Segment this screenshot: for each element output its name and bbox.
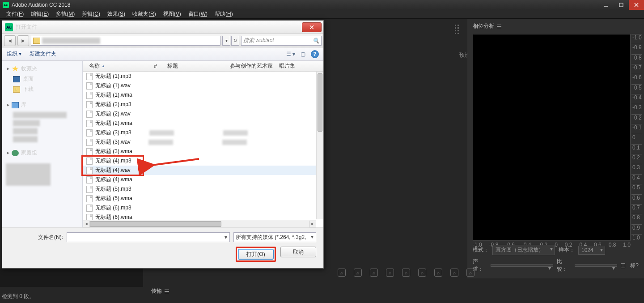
maximize-button[interactable] <box>614 0 629 10</box>
open-button[interactable]: 打开(O) <box>238 249 274 260</box>
file-row[interactable]: 无标题 (2).wav <box>83 109 323 119</box>
blur-cell <box>223 130 248 136</box>
col-number[interactable]: # <box>151 63 165 69</box>
annot-checkbox[interactable] <box>621 263 625 268</box>
panel-menu-icon[interactable] <box>497 25 501 28</box>
menu-c[interactable]: 剪辑(C) <box>79 9 103 19</box>
file-row[interactable]: 无标题 (3).mp3 <box>83 128 323 137</box>
dialog-close-button[interactable] <box>302 22 322 32</box>
menu-m[interactable]: 多轨(M) <box>53 9 77 19</box>
zoom-fit-icon[interactable]: ⌕ <box>370 269 378 277</box>
sidebar-desktop[interactable]: 桌面 <box>4 74 80 84</box>
col-album[interactable]: 唱片集 <box>276 62 323 70</box>
file-name: 无标题 (4).wav <box>95 166 131 174</box>
file-row[interactable]: 无标题 (1).wma <box>83 90 323 100</box>
new-folder-button[interactable]: 新建文件夹 <box>30 50 56 58</box>
mode-label: 模式： <box>473 246 489 254</box>
zoom-e-icon[interactable]: ⌕ <box>466 269 475 277</box>
sidebar-library[interactable]: ▶库 <box>4 100 80 110</box>
file-name: 无标题 (1).wma <box>95 91 132 99</box>
vertical-scrollbar[interactable] <box>316 72 323 219</box>
file-filter-select[interactable]: 所有支持的媒体 (*.264, *.3g2, <box>233 232 316 242</box>
blur-cell <box>222 140 247 145</box>
file-name: 无标题 (3).wav <box>95 138 131 146</box>
sidebar-downloads[interactable]: 下载 <box>4 84 80 94</box>
search-input[interactable]: 搜索 wubiaot 🔍 <box>241 36 322 46</box>
file-row[interactable]: 无标题 (2).mp3 <box>83 100 323 109</box>
zoom-c-icon[interactable]: ⌕ <box>434 269 442 277</box>
sidebar-blur <box>13 112 67 118</box>
sidebar-blur <box>13 128 38 134</box>
file-row[interactable]: 无标题 (1).mp3 <box>83 72 323 81</box>
zoom-a-icon[interactable]: ⌕ <box>402 269 410 277</box>
compare-select[interactable] <box>575 264 617 267</box>
nav-back-button[interactable]: ◄ <box>4 35 16 46</box>
path-dropdown-button[interactable]: ▾ <box>222 36 230 46</box>
menu-e[interactable]: 编辑(E) <box>28 9 51 19</box>
search-icon: 🔍 <box>313 38 319 44</box>
cancel-button[interactable]: 取消 <box>280 247 316 257</box>
file-icon <box>86 82 93 90</box>
file-row[interactable]: 无标题 (3).wav <box>83 137 323 147</box>
app-icon: Au <box>3 2 9 8</box>
app-titlebar: Au Adobe Audition CC 2018 <box>0 0 644 10</box>
col-name[interactable]: 名称▲ <box>86 62 151 70</box>
sample-label: 样本： <box>559 246 575 254</box>
phase-analysis-panel: 相位分析 -1.0-0.9-0.8-0.7-0.6-0.5-0.4-0.3-0.… <box>467 19 644 278</box>
zoom-out-icon[interactable]: ⌕ <box>354 269 362 277</box>
view-mode-button[interactable]: ☰ ▾ <box>286 51 295 57</box>
col-artist[interactable]: 参与创作的艺术家 <box>227 62 276 70</box>
help-button[interactable]: ? <box>311 50 319 58</box>
filename-input[interactable] <box>67 232 230 242</box>
zoom-in-icon[interactable]: ⌕ <box>338 269 346 277</box>
filename-label: 文件名(N): <box>9 234 63 241</box>
transport-menu-icon[interactable] <box>165 290 169 293</box>
mode-select[interactable]: 直方图（日志缩放） <box>492 245 555 255</box>
preview-pane-button[interactable]: ▢ <box>301 51 305 57</box>
channel-select[interactable] <box>491 264 553 267</box>
close-button[interactable] <box>629 0 644 10</box>
file-row[interactable]: 无标题 (4).wav <box>83 166 323 175</box>
menu-v[interactable]: 视图(V) <box>161 9 184 19</box>
file-row[interactable]: 无标题 (2).wma <box>83 119 323 128</box>
path-bar[interactable] <box>31 36 220 46</box>
file-list[interactable]: 无标题 (1).mp3无标题 (1).wav无标题 (1).wma无标题 (2)… <box>83 72 323 227</box>
file-icon <box>86 167 93 174</box>
zoom-d-icon[interactable]: ⌕ <box>450 269 458 277</box>
nav-forward-button[interactable]: ► <box>17 35 29 46</box>
panel-grip-icon[interactable] <box>455 25 461 43</box>
file-row[interactable]: 无标题 (5).wma <box>83 194 323 203</box>
col-title[interactable]: 标题 <box>165 62 227 70</box>
search-placeholder: 搜索 wubiaot <box>243 37 274 44</box>
organize-button[interactable]: 组织 ▾ <box>7 50 21 58</box>
horizontal-scrollbar[interactable]: ◄► <box>83 220 316 227</box>
status-bar: 检测到 0 段。 <box>2 293 34 300</box>
menu-r[interactable]: 收藏夹(R) <box>130 9 159 19</box>
file-row[interactable]: 无标题 (4).mp3 <box>83 156 323 166</box>
sample-select[interactable]: 1024 <box>578 246 605 255</box>
dialog-nav: ◄ ► ▾ ↻ 搜索 wubiaot 🔍 <box>2 34 323 47</box>
file-row[interactable]: 无标题 (3).wma <box>83 147 323 156</box>
zoom-select-icon[interactable]: ⌕ <box>386 269 394 277</box>
refresh-button[interactable]: ↻ <box>231 36 239 46</box>
sidebar-homegroup[interactable]: ▶家庭组 <box>4 148 80 158</box>
menu-s[interactable]: 效果(S) <box>105 9 128 19</box>
annot-label: 标? <box>630 262 639 269</box>
menu-w[interactable]: 窗口(W) <box>186 9 210 19</box>
file-icon <box>86 158 93 165</box>
file-icon <box>86 111 93 118</box>
dialog-titlebar: Au 打开文件 <box>2 21 323 34</box>
file-row[interactable]: 无标题 (1).wav <box>83 81 323 90</box>
star-icon <box>12 66 19 72</box>
sidebar-blur <box>6 163 51 186</box>
file-row[interactable]: 无标题 (5).mp3 <box>83 184 323 194</box>
minimize-button[interactable] <box>598 0 614 10</box>
menu-f[interactable]: 文件(F) <box>4 9 26 19</box>
file-row[interactable]: 无标题 (4).wma <box>83 175 323 184</box>
file-row[interactable]: 无标题 (6).mp3 <box>83 203 323 213</box>
file-list-header: 名称▲ # 标题 参与创作的艺术家 唱片集 <box>83 61 323 72</box>
zoom-b-icon[interactable]: ⌕ <box>418 269 426 277</box>
sidebar-favorites[interactable]: ▶收藏夹 <box>4 64 80 74</box>
dialog-footer: 文件名(N): 所有支持的媒体 (*.264, *.3g2, 打开(O) 取消 <box>2 227 323 268</box>
menu-h[interactable]: 帮助(H) <box>212 9 236 19</box>
